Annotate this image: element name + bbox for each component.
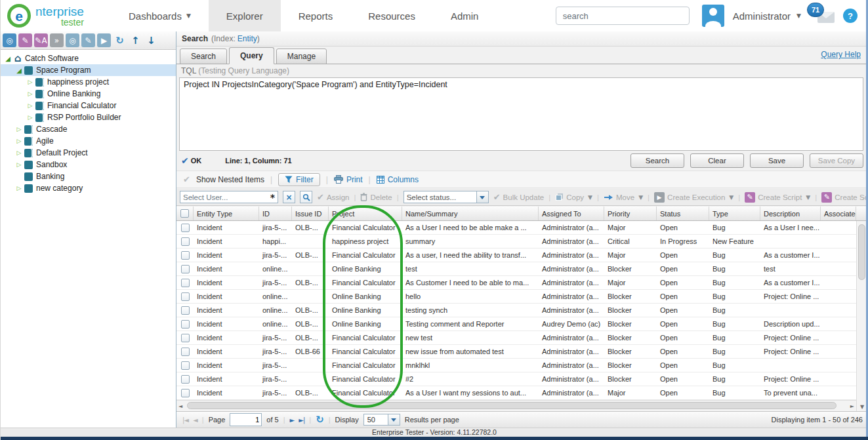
expand-arrow-icon[interactable]: ▷ xyxy=(14,150,24,156)
record-icon[interactable]: ◎ xyxy=(66,33,79,47)
table-row[interactable]: Incidentjira-5-...Financial Calculator#2… xyxy=(176,372,856,386)
nav-resources[interactable]: Resources xyxy=(350,0,433,31)
expand-arrow-icon[interactable]: ▷ xyxy=(26,114,35,121)
create-script-button[interactable]: ✎ Create Script▼ xyxy=(745,192,810,203)
table-row[interactable]: Incidentonline...Online BankingtestAdmin… xyxy=(176,262,856,276)
column-header-issue-id[interactable]: Issue ID xyxy=(292,207,329,220)
expand-arrow-icon[interactable]: ▷ xyxy=(14,185,24,191)
save-copy-button[interactable]: Save Copy xyxy=(810,153,863,168)
first-page-button[interactable]: |◄ xyxy=(182,416,188,424)
expand-arrow-icon[interactable]: ▷ xyxy=(26,90,35,97)
column-header-associated-s[interactable]: Associated S xyxy=(821,207,856,220)
horizontal-scrollbar-thumb[interactable] xyxy=(187,402,837,409)
table-row[interactable]: Incidentjira-5-...OLB-...Financial Calcu… xyxy=(176,331,856,345)
tree-item-agile[interactable]: ▷Agile xyxy=(1,135,176,147)
save-button[interactable]: Save xyxy=(750,153,804,168)
run-icon[interactable]: ▶ xyxy=(97,33,111,47)
column-header-entity-type[interactable]: Entity Type xyxy=(194,207,259,220)
move-down-icon[interactable]: ↓ xyxy=(144,33,158,47)
expand-arrow-icon[interactable]: ▷ xyxy=(14,138,24,144)
tree-item-online-banking[interactable]: ▷Online Banking xyxy=(1,88,176,100)
clear-button[interactable]: Clear xyxy=(690,153,744,168)
nav-reports[interactable]: Reports xyxy=(281,0,351,31)
expand-arrow-icon[interactable]: ▷ xyxy=(14,161,24,168)
select-status-dropdown[interactable]: Select status... xyxy=(403,191,489,203)
create-execution-button[interactable]: ▶ Create Execution▼ xyxy=(654,192,734,203)
find-user-button[interactable] xyxy=(300,191,312,203)
column-header-name-summary[interactable]: Name/Summary xyxy=(402,207,539,220)
tab-search[interactable]: Search xyxy=(180,49,227,64)
nav-admin[interactable]: Admin xyxy=(433,0,497,31)
columns-button[interactable]: Columns xyxy=(377,175,419,184)
row-checkbox[interactable] xyxy=(176,304,194,317)
copy-button[interactable]: Copy▼ xyxy=(555,193,592,201)
page-number-input[interactable] xyxy=(230,413,262,426)
table-row[interactable]: Incidentjira-5-...OLB-...Financial Calcu… xyxy=(176,276,856,290)
nested-items-checkbox[interactable]: ✔ xyxy=(183,174,190,184)
create-script-button-2[interactable]: ✎ Create Script▼ xyxy=(821,192,868,203)
avatar[interactable] xyxy=(702,5,724,27)
clear-user-button[interactable]: × xyxy=(283,191,295,203)
tab-manage[interactable]: Manage xyxy=(276,49,327,64)
tql-query-editor[interactable]: Project IN ProjectsInCategory('Space Pro… xyxy=(179,77,863,151)
column-header-id[interactable]: ID xyxy=(259,207,292,220)
user-menu[interactable]: Administrator▼ xyxy=(733,10,801,22)
table-row[interactable]: Incidentonline...OLB-...Online BankingTe… xyxy=(176,317,856,331)
nav-dashboards[interactable]: Dashboards▼ xyxy=(111,0,209,31)
last-page-button[interactable]: ►| xyxy=(299,416,304,424)
tree-item-happiness-project[interactable]: ▷happiness project xyxy=(1,76,176,88)
row-checkbox[interactable] xyxy=(176,372,194,386)
row-checkbox[interactable] xyxy=(176,317,194,330)
app-logo[interactable]: e nterprise tester xyxy=(1,4,104,28)
row-checkbox[interactable] xyxy=(176,345,194,358)
collapse-arrow-icon[interactable]: ◢ xyxy=(14,67,24,74)
tree-item-default-project[interactable]: ▷Default Project xyxy=(1,147,176,159)
tree-item-new-category[interactable]: ▷new category xyxy=(1,182,176,194)
expand-arrow-icon[interactable]: ▷ xyxy=(26,79,35,85)
table-row[interactable]: Incidentonline...Online BankinghelloAdmi… xyxy=(176,290,856,304)
page-size-select[interactable]: 50 xyxy=(363,414,400,426)
tree-item-sandbox[interactable]: ▷Sandbox xyxy=(1,159,176,170)
bulk-update-button[interactable]: ✔Bulk Update xyxy=(493,192,545,202)
column-header-status[interactable]: Status xyxy=(657,207,709,220)
column-header-type[interactable]: Type xyxy=(709,207,760,220)
column-header-priority[interactable]: Priority xyxy=(604,207,657,220)
row-checkbox[interactable] xyxy=(176,262,194,275)
row-checkbox[interactable] xyxy=(176,235,194,248)
row-checkbox[interactable] xyxy=(176,386,194,399)
refresh-icon[interactable]: ↻ xyxy=(316,414,324,426)
navigate-target-icon[interactable]: ◎ xyxy=(3,33,16,47)
query-help-link[interactable]: Query Help xyxy=(821,50,861,59)
tree-item-financial-calculator[interactable]: ▷Financial Calculator xyxy=(1,100,176,111)
table-row[interactable]: Incidentjira-5-...OLB-...Financial Calcu… xyxy=(176,249,856,262)
vertical-scrollbar-thumb[interactable] xyxy=(858,224,865,280)
row-checkbox[interactable] xyxy=(176,249,194,262)
fast-forward-icon[interactable]: » xyxy=(50,33,64,47)
table-row[interactable]: Incidentonline...OLB-...Online Bankingte… xyxy=(176,304,856,317)
row-checkbox[interactable] xyxy=(176,331,194,344)
expand-arrow-icon[interactable]: ▷ xyxy=(14,126,24,132)
delete-button[interactable]: Delete xyxy=(360,193,392,201)
edit-icon[interactable]: ✎ xyxy=(18,33,32,47)
scroll-left-arrow-icon[interactable]: ◄ xyxy=(178,403,182,409)
nav-explorer[interactable]: Explorer xyxy=(209,0,281,31)
assign-button[interactable]: ✔Assign xyxy=(317,192,349,202)
select-user-input[interactable]: Select User... * xyxy=(180,191,278,203)
filter-button[interactable]: Filter xyxy=(278,173,320,186)
move-up-icon[interactable]: ↑ xyxy=(129,33,142,47)
prev-page-button[interactable]: ◄ xyxy=(193,416,197,424)
notifications-button[interactable]: 71 xyxy=(815,9,835,23)
row-checkbox[interactable] xyxy=(176,276,194,289)
table-row[interactable]: Incidentjira-5-...OLB-...Financial Calcu… xyxy=(176,221,856,235)
column-header-assigned-to[interactable]: Assigned To xyxy=(539,207,604,220)
column-header-description[interactable]: Description xyxy=(760,207,821,220)
select-all-checkbox[interactable] xyxy=(176,207,194,220)
row-checkbox[interactable] xyxy=(176,221,194,234)
row-checkbox[interactable] xyxy=(176,290,194,303)
expand-arrow-icon[interactable]: ▷ xyxy=(26,102,35,109)
column-header-project[interactable]: Project xyxy=(329,207,402,220)
row-checkbox[interactable] xyxy=(176,359,194,372)
tab-query[interactable]: Query xyxy=(229,47,274,64)
scroll-right-arrow-icon[interactable]: ► xyxy=(850,403,854,409)
tree-item-banking[interactable]: Banking xyxy=(1,170,176,182)
